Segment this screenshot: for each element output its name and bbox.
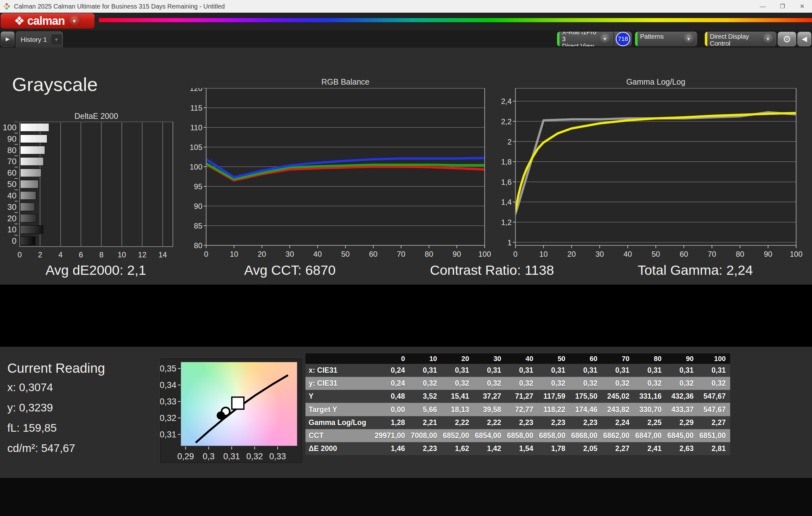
table-cell: 117,59 [538,390,570,403]
table-row: Gamma Log/Log1,282,212,222,222,232,232,2… [306,416,730,429]
current-reading-title: Current Reading [7,361,105,376]
chevron-down-icon[interactable]: ▼ [761,33,775,45]
svg-text:0: 0 [204,250,208,258]
close-icon[interactable]: ✕ [792,0,812,13]
svg-text:0: 0 [513,250,517,258]
table-corner-cell [306,354,377,364]
display-control-selector[interactable]: Direct Display Control ▼ [705,32,777,46]
table-cell: 118,22 [538,403,570,416]
minimize-icon[interactable]: — [753,0,773,13]
table-cell: 175,50 [570,390,602,403]
collapse-panel-icon[interactable]: ◀ [798,32,811,46]
window-controls: — ❐ ✕ [753,0,812,13]
deltae-bar-chart: 100908070605040302010002468101214 [0,122,177,266]
svg-text:40: 40 [7,191,17,200]
pattern-toolbar: 0102030405060708090100▲■▶[‥]∞⟳«BackNext» [0,478,812,516]
table-cell: 2,29 [666,416,698,429]
table-cell: 0,32 [441,377,473,390]
svg-text:30: 30 [596,250,604,258]
svg-text:100: 100 [478,250,491,258]
table-cell: 0,32 [634,377,666,390]
table-cell: 2,23 [505,416,538,429]
svg-text:60: 60 [680,250,688,258]
deltae-bar [20,135,47,143]
svg-text:0,31: 0,31 [160,430,176,439]
table-row-label: x: CIE31 [306,364,377,377]
table-cell: 2,41 [634,442,666,455]
table-cell: 6858,00 [538,429,570,442]
svg-text:80: 80 [425,250,433,258]
add-tab-button[interactable]: + [51,34,62,45]
table-cell: 2,63 [666,442,698,455]
tab-scroll-button[interactable]: ► [1,31,14,47]
calman-menu-button[interactable]: ❖ calman ▼ [1,13,94,29]
svg-text:80: 80 [194,241,202,250]
table-cell: 2,25 [634,416,666,429]
calman-diamond-icon [3,2,11,10]
tab-history-1[interactable]: History 1 + [16,31,63,48]
chevron-down-icon[interactable]: ▼ [598,33,612,45]
table-cell: 1,28 [377,416,409,429]
patterns-status-indicator [635,32,638,46]
table-cell: 2,23 [409,442,441,455]
table-row: Y0,483,5215,4137,2771,27117,59175,50245,… [306,390,730,403]
table-cell: 6845,00 [666,429,698,442]
table-cell: 174,46 [570,403,602,416]
table-cell: 547,67 [698,403,730,416]
table-cell: 6862,00 [602,429,634,442]
table-cell: 0,32 [409,377,441,390]
table-column-header: 10 [409,354,441,364]
spectrum-divider [99,18,812,22]
reading-y: y: 0,3239 [7,401,53,414]
svg-text:70: 70 [708,250,716,258]
meter-count-badge[interactable]: 718 [616,32,630,46]
table-header-row: 0102030405060708090100 [306,354,730,364]
window-titlebar[interactable]: Calman 2025 Calman Ultimate for Business… [0,0,812,13]
display-control-label: Direct Display Control [710,33,759,46]
svg-text:1,4: 1,4 [501,198,512,206]
deltae-bar [20,237,35,245]
deltae-bar [20,225,43,234]
table-cell: 0,31 [698,364,730,377]
reading-x: x: 0,3074 [7,381,53,394]
svg-text:90: 90 [7,134,17,144]
svg-text:60: 60 [369,250,377,258]
table-cell: 2,05 [570,442,602,455]
svg-text:0: 0 [18,250,22,259]
table-cell: 245,02 [602,390,634,403]
table-cell: 0,32 [505,377,538,390]
chevron-down-icon[interactable]: ▼ [682,33,695,45]
svg-text:8: 8 [99,250,104,259]
table-cell: 39,58 [473,403,505,416]
rgb-balance-chart: 120 115 110 105 100 95 90 85 80 0 10 20 … [184,88,491,265]
restore-icon[interactable]: ❐ [773,0,792,13]
table-row-label: CCT [306,429,377,442]
svg-text:0,33: 0,33 [160,397,176,406]
svg-text:0,33: 0,33 [269,452,286,461]
svg-text:4: 4 [58,250,62,259]
grayscale-swatch-strip: Actual Target 0102030405060708090100 [0,284,812,347]
patterns-selector[interactable]: Patterns ▼ [635,32,697,46]
svg-text:12: 12 [138,250,147,259]
patterns-label: Patterns [640,33,680,40]
table-cell: 0,00 [377,403,409,416]
svg-text:0,32: 0,32 [160,413,176,423]
table-cell: 432,36 [666,390,698,403]
svg-text:20: 20 [568,250,576,258]
svg-text:90: 90 [764,250,772,258]
meter-selector[interactable]: X-Rite i1Pro 3 Direct View ▼ 718 [557,32,632,46]
table-column-header: 80 [634,354,666,364]
table-row: Target Y0,005,6618,1339,5872,77118,22174… [306,403,730,416]
gear-icon[interactable]: ⚙ [778,32,796,46]
tab-label: History 1 [21,36,47,43]
cie-detail-chart: 0,35 0,34 0,33 0,32 0,31 0,29 0,3 0,31 0… [160,358,302,465]
table-cell: 2,27 [602,442,634,455]
table-row: CCT29971,007008,006852,006854,006858,006… [306,429,730,442]
table-column-header: 0 [377,354,409,364]
table-row: ΔE 20001,462,231,621,421,541,782,052,272… [306,442,730,455]
svg-text:70: 70 [397,250,405,258]
reading-fl: fL: 159,85 [7,422,57,434]
avg-cct-stat: Avg CCT: 6870 [244,263,336,278]
table-row-label: Y [306,390,377,403]
svg-text:70: 70 [7,157,17,166]
